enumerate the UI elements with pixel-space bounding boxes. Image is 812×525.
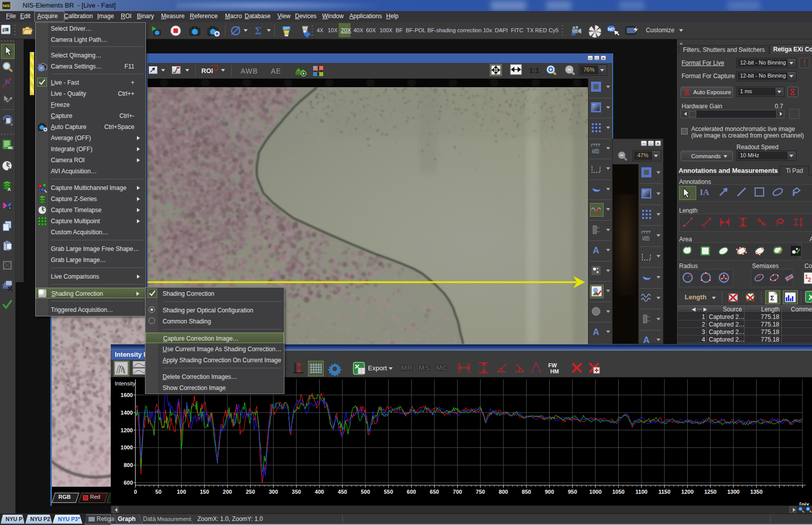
svg-text:Σ: Σ — [255, 25, 261, 36]
svg-text:IA: IA — [700, 187, 710, 197]
svg-text:1000: 1000 — [589, 489, 602, 495]
svg-text:A: A — [593, 327, 600, 337]
svg-text:800: 800 — [499, 489, 508, 495]
svg-text:1250: 1250 — [704, 489, 716, 495]
svg-text:1050: 1050 — [612, 489, 624, 495]
svg-text:50: 50 — [156, 489, 162, 495]
svg-text:1100: 1100 — [635, 489, 647, 495]
svg-text:1400: 1400 — [121, 410, 133, 416]
svg-text:450: 450 — [338, 489, 347, 495]
svg-text:1350: 1350 — [750, 489, 762, 495]
svg-text:1600: 1600 — [121, 392, 133, 398]
svg-text:μm: μm — [642, 235, 649, 240]
svg-text:0: 0 — [134, 489, 137, 495]
svg-text:800: 800 — [124, 462, 133, 468]
svg-text:X: X — [808, 293, 812, 301]
svg-text:550: 550 — [384, 489, 393, 495]
svg-text:200: 200 — [223, 489, 232, 495]
svg-text:μm: μm — [592, 148, 599, 153]
svg-text:250: 250 — [246, 489, 255, 495]
svg-text:HM: HM — [550, 368, 559, 374]
svg-text:100: 100 — [177, 489, 186, 495]
svg-text:ND: ND — [8, 146, 13, 150]
svg-text:950: 950 — [568, 489, 577, 495]
svg-text:A: A — [8, 187, 11, 192]
svg-text:400: 400 — [315, 489, 324, 495]
svg-text:850: 850 — [522, 489, 531, 495]
svg-text:500: 500 — [361, 489, 370, 495]
svg-text:FW: FW — [548, 362, 557, 368]
svg-text:650: 650 — [430, 489, 439, 495]
svg-text:750: 750 — [476, 489, 485, 495]
svg-text:1300: 1300 — [727, 489, 740, 495]
svg-text:700: 700 — [453, 489, 462, 495]
svg-text:1200: 1200 — [121, 427, 133, 433]
svg-text:1000: 1000 — [121, 444, 133, 450]
svg-text:600: 600 — [407, 489, 416, 495]
svg-text:Σ: Σ — [770, 294, 774, 302]
svg-text:1150: 1150 — [658, 489, 671, 495]
svg-text:2: 2 — [808, 277, 811, 283]
svg-text:300: 300 — [269, 489, 278, 495]
svg-text:A: A — [593, 245, 600, 255]
svg-text:A: A — [8, 167, 11, 172]
svg-text:150: 150 — [200, 489, 209, 495]
svg-text:1200: 1200 — [681, 489, 693, 495]
svg-text:350: 350 — [292, 489, 301, 495]
svg-text:900: 900 — [545, 489, 554, 495]
svg-text:600: 600 — [124, 480, 133, 486]
svg-text:A: A — [643, 335, 650, 345]
